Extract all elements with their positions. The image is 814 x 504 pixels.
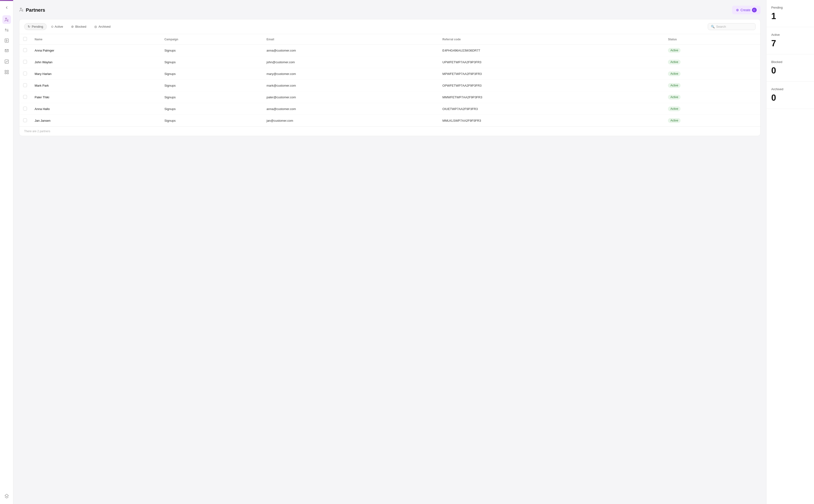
stat-blocked: Blocked 0 <box>766 54 814 82</box>
svg-rect-4 <box>7 70 8 72</box>
main-content: Partners ⊕ Create C ↻ Pending Acti <box>13 0 814 504</box>
row-email: anna@customer.com <box>263 103 439 115</box>
stat-active-label: Active <box>771 33 809 37</box>
sidebar-item-settings[interactable] <box>2 68 11 76</box>
table-footer: There are 2 partners <box>19 126 760 136</box>
status-badge: Active <box>668 60 681 64</box>
tab-archived-label: Archived <box>98 25 111 28</box>
row-checkbox-2[interactable] <box>23 72 27 75</box>
row-status: Active <box>664 103 760 115</box>
stat-pending: Pending 1 <box>766 0 814 27</box>
table-container: ↻ Pending Active ⊘ Blocked ◎ Archived <box>19 19 761 136</box>
back-button[interactable] <box>3 4 11 11</box>
sidebar-item-partners[interactable] <box>2 15 11 24</box>
sidebar-item-messages[interactable] <box>2 47 11 55</box>
row-referral-code: E4PHG496AU23W36DR77 <box>439 45 664 56</box>
row-name: Paler Thiki <box>31 91 161 103</box>
svg-rect-5 <box>5 73 6 74</box>
col-status: Status <box>664 34 760 45</box>
row-email: jan@customer.com <box>263 115 439 126</box>
page-title: Partners <box>26 7 45 13</box>
select-all-checkbox[interactable] <box>23 37 27 41</box>
row-name: Mary Harlan <box>31 68 161 80</box>
row-email: mark@customer.com <box>263 80 439 91</box>
status-badge: Active <box>668 48 681 53</box>
stat-archived-value: 0 <box>771 93 809 103</box>
status-badge: Active <box>668 83 681 88</box>
active-dot-icon <box>51 26 53 28</box>
stat-archived: Archived 0 <box>766 82 814 109</box>
table-row: Jan Jansen Signups jan@customer.com MMLK… <box>19 115 760 126</box>
pending-icon: ↻ <box>28 25 30 28</box>
status-badge: Active <box>668 118 681 123</box>
svg-point-7 <box>20 8 21 9</box>
footer-text: There are 2 partners <box>24 130 50 133</box>
stat-active: Active 7 <box>766 27 814 54</box>
row-status: Active <box>664 80 760 91</box>
svg-rect-3 <box>5 70 6 72</box>
status-badge: Active <box>668 95 681 100</box>
row-status: Active <box>664 68 760 80</box>
row-checkbox-cell <box>19 68 31 80</box>
row-name: Anna Hallo <box>31 103 161 115</box>
row-campaign: Signups <box>161 56 263 68</box>
tab-active[interactable]: Active <box>48 23 67 30</box>
create-count: C <box>752 8 757 12</box>
col-referral-code: Referral code <box>439 34 664 45</box>
sidebar-item-reports[interactable] <box>2 36 11 45</box>
table-row: John Waylan Signups john@customer.com UP… <box>19 56 760 68</box>
col-email: Email <box>263 34 439 45</box>
tab-pending[interactable]: ↻ Pending <box>24 23 47 30</box>
tab-blocked[interactable]: ⊘ Blocked <box>68 23 90 30</box>
row-campaign: Signups <box>161 115 263 126</box>
row-campaign: Signups <box>161 80 263 91</box>
row-checkbox-0[interactable] <box>23 48 27 52</box>
row-checkbox-4[interactable] <box>23 95 27 99</box>
row-checkbox-3[interactable] <box>23 83 27 87</box>
sidebar-item-analytics[interactable] <box>2 57 11 66</box>
row-email: john@customer.com <box>263 56 439 68</box>
sidebar <box>0 0 13 504</box>
row-campaign: Signups <box>161 68 263 80</box>
search-input[interactable] <box>716 25 752 28</box>
row-checkbox-cell <box>19 115 31 126</box>
col-checkbox <box>19 34 31 45</box>
row-name: Mark Park <box>31 80 161 91</box>
tab-archived[interactable]: ◎ Archived <box>91 23 114 30</box>
table-toolbar: ↻ Pending Active ⊘ Blocked ◎ Archived <box>19 19 760 34</box>
table-row: Mary Harlan Signups mary@customer.com MP… <box>19 68 760 80</box>
row-checkbox-cell <box>19 80 31 91</box>
table-header-row: Name Campaign Email Referral code Status <box>19 34 760 45</box>
row-email: mary@customer.com <box>263 68 439 80</box>
row-email: anna@customer.com <box>263 45 439 56</box>
row-referral-code: UPWFETWP7AA2F9P3FR3 <box>439 56 664 68</box>
row-referral-code: MMWFETWP7AA2F9P3FR3 <box>439 91 664 103</box>
stat-blocked-label: Blocked <box>771 60 809 64</box>
stat-pending-value: 1 <box>771 11 809 21</box>
row-checkbox-6[interactable] <box>23 118 27 122</box>
table-row: Anna Palmger Signups anna@customer.com E… <box>19 45 760 56</box>
create-button[interactable]: ⊕ Create C <box>732 6 761 14</box>
col-name: Name <box>31 34 161 45</box>
page-header: Partners ⊕ Create C <box>19 6 761 14</box>
search-box[interactable]: 🔍 <box>708 23 756 30</box>
row-checkbox-1[interactable] <box>23 60 27 64</box>
status-badge: Active <box>668 71 681 76</box>
col-campaign: Campaign <box>161 34 263 45</box>
row-status: Active <box>664 115 760 126</box>
search-icon: 🔍 <box>711 25 715 28</box>
table-row: Paler Thiki Signups paler@customer.com M… <box>19 91 760 103</box>
row-checkbox-cell <box>19 45 31 56</box>
sidebar-item-transfers[interactable] <box>2 26 11 34</box>
archived-icon: ◎ <box>94 25 97 28</box>
tab-blocked-label: Blocked <box>75 25 86 28</box>
row-status: Active <box>664 91 760 103</box>
row-referral-code: MMLKLSWP7AA2F9P3FR3 <box>439 115 664 126</box>
row-name: Anna Palmger <box>31 45 161 56</box>
row-checkbox-5[interactable] <box>23 107 27 110</box>
row-name: Jan Jansen <box>31 115 161 126</box>
sidebar-item-widgets[interactable] <box>2 492 11 500</box>
stat-archived-label: Archived <box>771 87 809 91</box>
row-checkbox-cell <box>19 103 31 115</box>
partners-panel: Partners ⊕ Create C ↻ Pending Acti <box>13 0 766 504</box>
